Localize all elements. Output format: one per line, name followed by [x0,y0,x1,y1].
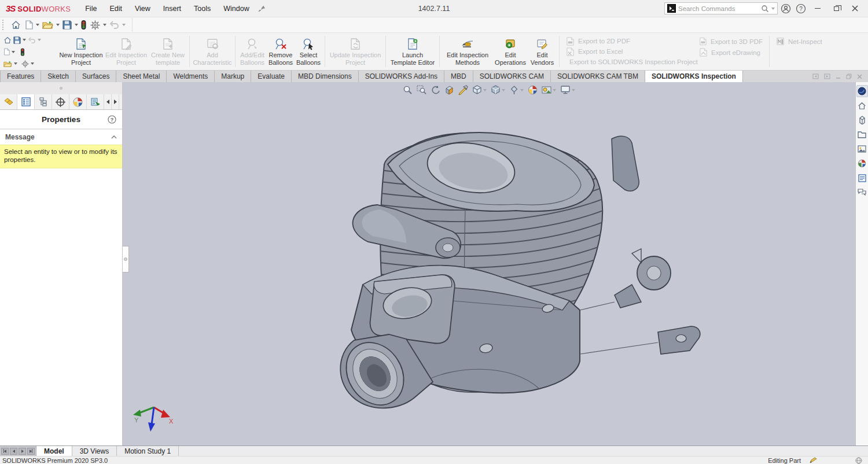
doc-next-window-icon[interactable] [824,73,830,79]
create-new-template-button[interactable]: Create New template [149,34,186,69]
doc-previous-window-icon[interactable] [812,73,819,79]
options-dropdown-caret[interactable] [103,24,106,26]
scroll-prev-button[interactable] [10,448,17,455]
display-style-caret[interactable] [502,89,505,91]
rebuild-traffic-light-icon[interactable] [20,48,25,56]
launch-template-editor-button[interactable]: Launch Template Editor [389,34,436,69]
previous-view-button[interactable] [429,84,442,95]
tab-solidworks-add-ins[interactable]: SOLIDWORKS Add-Ins [359,71,444,82]
save-dropdown-caret[interactable] [75,24,78,26]
edit-operations-button[interactable]: Edit Operations [492,34,528,69]
new-document-icon[interactable] [3,48,10,56]
tab-markup[interactable]: Markup [215,71,251,82]
tab-mbd[interactable]: MBD [444,71,473,82]
taskpane-home-button[interactable] [856,100,868,112]
panel-help-icon[interactable]: ? [108,115,116,124]
open-caret[interactable] [14,62,17,65]
scroll-first-button[interactable] [1,448,9,455]
undo-caret[interactable] [38,39,41,41]
export-excel-button[interactable]: Export to Excel [566,47,692,56]
add-edit-balloons-button[interactable]: Add/Edit Balloons [238,34,266,69]
appearances-scenes-button[interactable] [856,157,868,170]
message-section-header[interactable]: Message [0,130,122,145]
export-2d-pdf-button[interactable]: Export to 2D PDF [566,36,692,46]
edit-vendors-button[interactable]: Edit Vendors [528,34,556,69]
new-inspection-project-button[interactable]: New Inspection Project [59,34,103,69]
status-globe-icon[interactable] [855,457,862,464]
panel-tabs-scroll-right[interactable] [112,94,119,109]
tab-3d-views[interactable]: 3D Views [72,446,117,456]
view-orientation-caret[interactable] [483,89,487,91]
design-library-button[interactable] [856,114,868,126]
tab-dimxpert-manager[interactable] [52,94,69,109]
menu-insert[interactable]: Insert [157,0,187,17]
edit-inspection-methods-button[interactable]: Edit Inspection Methods [443,34,492,69]
section-view-button[interactable] [443,84,455,95]
doc-close-icon[interactable] [857,74,862,79]
scroll-last-button[interactable] [27,448,35,455]
toolbar-grip[interactable] [2,20,5,30]
account-button[interactable] [779,2,793,16]
save-caret[interactable] [23,39,26,41]
export-sw-inspection-project-button[interactable]: Export to SOLIDWORKS Inspection Project [566,57,692,67]
pin-menu-icon[interactable] [258,5,266,12]
view-palette-button[interactable] [856,143,868,155]
options-caret[interactable] [31,62,34,65]
apply-scene-button[interactable] [540,84,557,95]
tab-surfaces[interactable]: Surfaces [76,71,116,82]
select-balloons-button[interactable]: Select Balloons [295,34,322,69]
restore-button[interactable] [827,1,845,17]
menu-window[interactable]: Window [217,0,255,17]
rebuild-traffic-light-button[interactable] [80,19,87,31]
open-icon[interactable] [3,60,12,68]
close-button[interactable] [846,1,863,17]
panel-tabs-scroll-left[interactable] [104,94,112,109]
add-characteristic-button[interactable]: Add Characteristic [193,34,232,69]
export-3d-pdf-button[interactable]: Export to 3D PDF [699,36,763,46]
tab-weldments[interactable]: Weldments [167,71,215,82]
options-gear-button[interactable] [89,19,101,31]
dynamic-annotation-views-button[interactable] [457,84,469,95]
hide-show-items-button[interactable] [508,84,525,95]
view-orientation-button[interactable] [471,84,488,95]
edit-inspection-project-button[interactable]: Edit Inspection Project [103,34,149,69]
minimize-button[interactable] [809,1,826,17]
display-style-button[interactable] [490,84,506,95]
engine-crankcase-model[interactable] [319,111,701,424]
undo-dropdown-caret[interactable] [122,24,126,26]
zoom-to-area-button[interactable] [415,84,428,95]
save-icon[interactable] [13,36,21,44]
file-explorer-button[interactable] [856,128,868,141]
tab-evaluate[interactable]: Evaluate [251,71,292,82]
tab-model[interactable]: Model [36,446,72,456]
tab-sketch[interactable]: Sketch [41,71,76,82]
open-dropdown-caret[interactable] [56,24,60,26]
remove-balloons-button[interactable]: Remove Balloons [266,34,295,69]
save-button[interactable] [61,19,73,31]
tab-solidworks-inspection[interactable]: SOLIDWORKS Inspection [645,71,743,82]
undo-icon[interactable] [28,37,36,43]
menu-edit[interactable]: Edit [103,0,128,17]
net-inspect-button[interactable]: Net-Inspect [776,36,822,46]
search-commands-box[interactable] [664,2,778,14]
tab-property-manager[interactable] [17,94,35,109]
home-button[interactable] [10,19,22,31]
export-edrawing-button[interactable]: Export eDrawing [699,47,763,57]
search-magnifier-icon[interactable] [761,5,769,13]
new-document-button[interactable] [24,19,34,31]
menu-view[interactable]: View [128,0,157,17]
menu-file[interactable]: File [79,0,103,17]
options-gear-icon[interactable] [21,60,29,68]
3dexperience-button[interactable] [856,85,868,97]
new-caret[interactable] [12,51,15,53]
tab-solidworks-cam[interactable]: SOLIDWORKS CAM [473,71,551,82]
custom-properties-button[interactable] [856,172,868,184]
scroll-next-button[interactable] [19,448,26,455]
search-dropdown-caret[interactable] [771,8,775,10]
tab-sheet-metal[interactable]: Sheet Metal [116,71,167,82]
home-icon[interactable] [3,36,12,44]
tab-display-manager[interactable] [69,94,87,109]
update-inspection-project-button[interactable]: Update Inspection Project [328,34,382,69]
view-settings-button[interactable] [559,84,576,95]
tab-configuration-manager[interactable] [35,94,52,109]
